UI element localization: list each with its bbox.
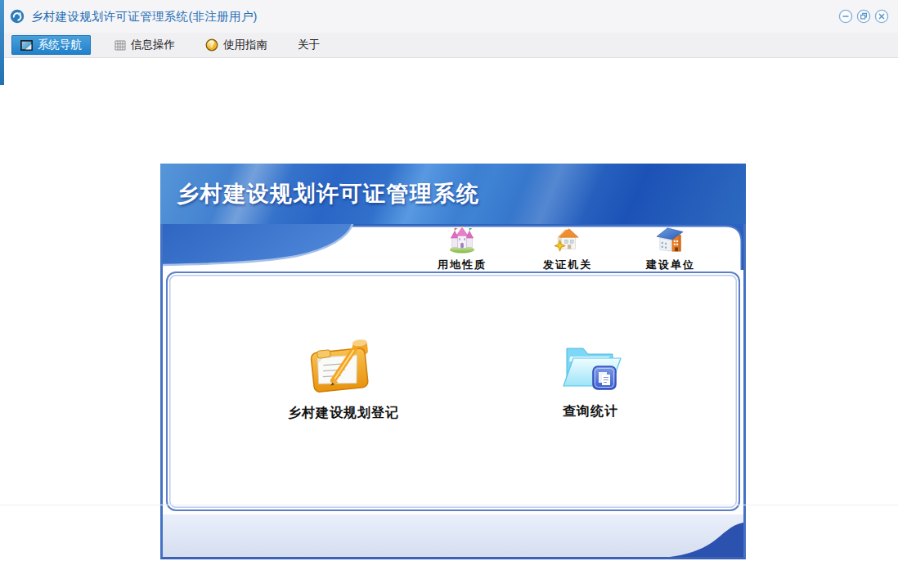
menu-item-label: 信息操作	[131, 38, 175, 52]
action-label: 查询统计	[529, 403, 652, 420]
folder-docs-icon	[559, 339, 622, 397]
tab-construction-unit[interactable]: 建设单位	[634, 226, 707, 270]
workspace: 乡村建设规划许可证管理系统	[0, 59, 898, 588]
banner: 乡村建设规划许可证管理系统	[160, 164, 746, 224]
close-button[interactable]	[874, 9, 889, 24]
main-panel: 乡村建设规划许可证管理系统	[160, 164, 746, 559]
tab-land-use-nature[interactable]: 用地性质	[425, 226, 499, 270]
minimize-button[interactable]	[838, 9, 853, 24]
menu-item-system-navigation[interactable]: 系统导航	[11, 35, 91, 55]
tab-label: 发证机关	[531, 258, 604, 272]
menu-item-about[interactable]: 关于	[291, 35, 326, 55]
title-bar: 乡村建设规划许可证管理系统(非注册用户)	[0, 0, 898, 33]
wave-decoration	[670, 523, 743, 557]
grid-icon	[114, 40, 126, 51]
maximize-button[interactable]	[856, 9, 871, 24]
menu-item-label: 使用指南	[223, 38, 267, 52]
panel-footer	[163, 514, 743, 557]
clipboard-pen-icon	[304, 339, 383, 399]
castle-icon	[447, 226, 478, 254]
menu-item-label: 系统导航	[38, 38, 82, 52]
building-icon	[655, 226, 686, 254]
action-rural-planning-registration[interactable]: 乡村建设规划登记	[282, 339, 405, 422]
svg-text:?: ?	[209, 40, 214, 49]
monitor-icon	[20, 40, 33, 51]
content-box: 乡村建设规划登记	[166, 272, 740, 511]
help-icon: ?	[205, 38, 218, 52]
panel-body: 用地性质 发证机关	[160, 224, 746, 559]
window-title: 乡村建设规划许可证管理系统(非注册用户)	[31, 9, 258, 25]
menu-bar: 系统导航 信息操作 ? 使用指南 关于	[0, 33, 898, 58]
app-logo-icon	[10, 9, 25, 24]
house-icon	[552, 226, 583, 254]
window-bottom-divider	[0, 505, 898, 505]
tab-issuing-authority[interactable]: 发证机关	[531, 226, 604, 270]
action-label: 乡村建设规划登记	[282, 405, 405, 422]
application-window: 乡村建设规划许可证管理系统(非注册用户)	[0, 0, 898, 588]
action-query-statistics[interactable]: 查询统计	[529, 339, 652, 420]
tab-strip: 用地性质 发证机关	[163, 224, 743, 270]
window-controls	[838, 9, 889, 24]
banner-title: 乡村建设规划许可证管理系统	[177, 179, 480, 209]
tab-label: 建设单位	[634, 258, 707, 272]
menu-item-information-operations[interactable]: 信息操作	[108, 35, 182, 55]
menu-item-label: 关于	[298, 38, 320, 52]
tab-label: 用地性质	[425, 258, 499, 272]
left-edge-accent	[0, 0, 4, 85]
menu-item-user-guide[interactable]: ? 使用指南	[199, 35, 274, 55]
